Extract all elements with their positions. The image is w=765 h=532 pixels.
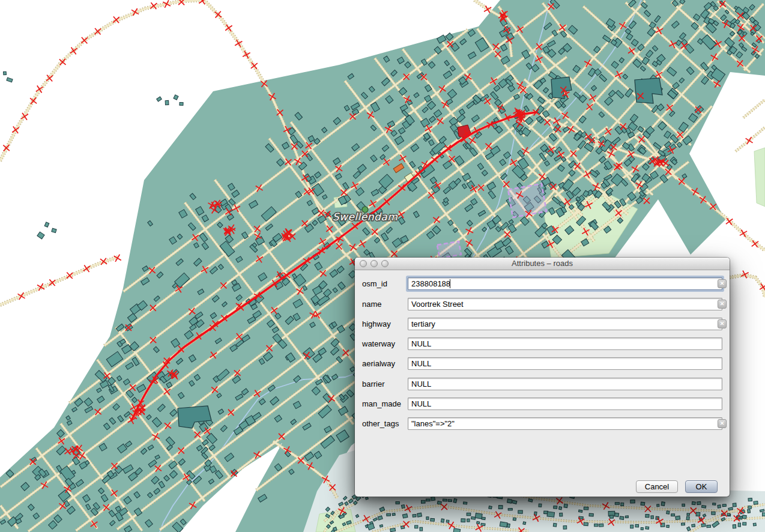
other-tags-input[interactable] bbox=[408, 417, 722, 430]
field-row-other-tags: other_tags bbox=[355, 417, 730, 430]
field-row-aerialway: aerialway bbox=[355, 357, 730, 370]
place-label: Swellendam bbox=[333, 211, 398, 223]
field-label: other_tags bbox=[362, 417, 399, 430]
aerialway-input[interactable] bbox=[408, 357, 722, 370]
field-label: highway bbox=[362, 318, 391, 330]
dialog-title: Attributes – roads bbox=[355, 258, 730, 270]
field-row-highway: highway bbox=[355, 318, 730, 330]
barrier-input[interactable] bbox=[408, 378, 722, 390]
name-input[interactable] bbox=[408, 298, 722, 310]
dialog-titlebar[interactable]: Attributes – roads bbox=[355, 258, 730, 270]
field-label: name bbox=[362, 298, 382, 310]
field-label: man_made bbox=[362, 397, 401, 410]
app-stage: Swellendam Attributes – roads osm_id nam… bbox=[0, 0, 765, 532]
osm-id-input[interactable] bbox=[408, 277, 722, 290]
field-label: barrier bbox=[362, 378, 385, 390]
field-row-osm-id: osm_id bbox=[355, 277, 730, 290]
highway-input[interactable] bbox=[408, 318, 722, 330]
field-row-barrier: barrier bbox=[355, 378, 730, 390]
ok-button[interactable]: OK bbox=[685, 480, 718, 493]
waterway-input[interactable] bbox=[408, 337, 722, 350]
clear-field-icon[interactable] bbox=[718, 319, 727, 328]
attributes-dialog: Attributes – roads osm_id name highway w… bbox=[355, 258, 730, 497]
field-row-waterway: waterway bbox=[355, 337, 730, 350]
clear-field-icon[interactable] bbox=[718, 279, 727, 288]
text-caret bbox=[450, 279, 450, 288]
field-row-man-made: man_made bbox=[355, 397, 730, 410]
cancel-button[interactable]: Cancel bbox=[636, 480, 678, 493]
clear-field-icon[interactable] bbox=[718, 419, 727, 428]
field-row-name: name bbox=[355, 298, 730, 310]
field-label: aerialway bbox=[362, 357, 395, 370]
field-label: osm_id bbox=[362, 277, 387, 290]
man-made-input[interactable] bbox=[408, 397, 722, 410]
clear-field-icon[interactable] bbox=[718, 300, 727, 309]
field-label: waterway bbox=[362, 337, 395, 350]
